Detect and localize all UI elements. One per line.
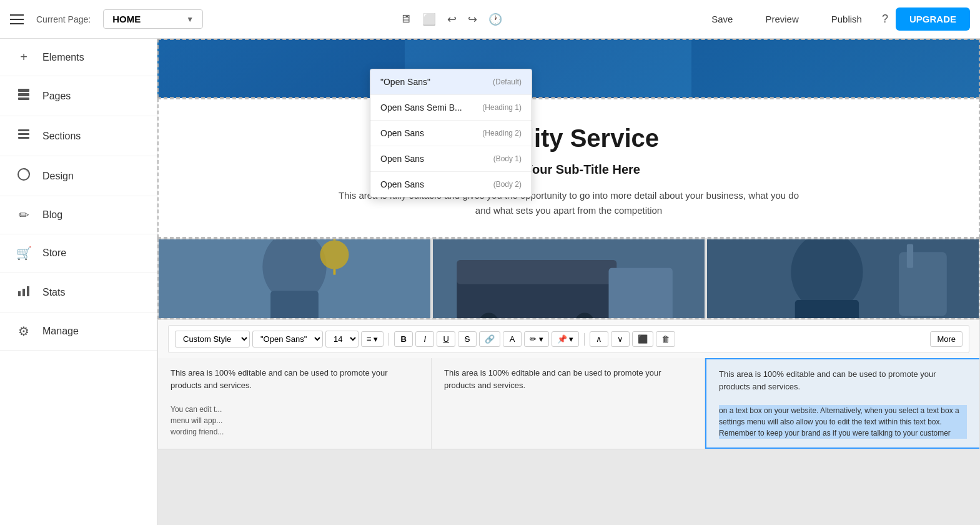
sidebar-label-manage: Manage	[42, 326, 79, 337]
sidebar-label-blog: Blog	[42, 209, 62, 221]
font-label-2: Open Sans	[380, 128, 424, 138]
svg-point-13	[320, 241, 349, 269]
main-layout: + Elements Pages Sections Design ✏ Blog	[0, 39, 980, 525]
underline-button[interactable]: U	[437, 331, 455, 347]
divider-1	[389, 333, 389, 346]
toolbar-section: Custom Style "Open Sans" 14 ≡ ▾ B I U S …	[157, 319, 980, 449]
text-col-2[interactable]: This area is 100% editable and can be us…	[432, 358, 705, 449]
chevron-down-icon: ▼	[186, 15, 194, 24]
sidebar-item-design[interactable]: Design	[0, 156, 157, 196]
upgrade-button[interactable]: UPGRADE	[896, 8, 970, 31]
svg-rect-7	[18, 291, 21, 296]
sidebar-item-sections[interactable]: Sections	[0, 116, 157, 156]
font-label-4: Open Sans	[380, 179, 424, 189]
hero-section	[157, 39, 980, 98]
move-up-button[interactable]: ∧	[590, 331, 608, 347]
design-icon	[15, 168, 32, 184]
svg-rect-5	[18, 137, 29, 139]
redo-icon[interactable]: ↪	[468, 12, 477, 26]
svg-rect-1	[18, 93, 29, 96]
text-col-1-detail: You can edit t...	[171, 404, 418, 415]
image-1[interactable]	[159, 239, 430, 318]
sidebar-item-store[interactable]: 🛒 Store	[0, 234, 157, 272]
tablet-icon[interactable]: ⬜	[422, 12, 436, 26]
quality-subtitle[interactable]: Add Your Sub-Title Here	[196, 162, 941, 177]
sidebar-label-pages: Pages	[42, 91, 71, 102]
more-button[interactable]: More	[930, 331, 963, 347]
image-3[interactable]	[707, 239, 979, 318]
font-tag-2: (Heading 2)	[482, 129, 522, 138]
sidebar-item-manage[interactable]: ⚙ Manage	[0, 312, 157, 351]
page-dropdown[interactable]: HOME ▼	[103, 9, 203, 29]
quality-title[interactable]: Quality Service	[196, 124, 941, 152]
font-label-3: Open Sans	[380, 154, 424, 164]
link-button[interactable]: 🔗	[479, 331, 500, 347]
font-tag-1: (Heading 1)	[482, 103, 522, 112]
current-page-label: Current Page:	[36, 14, 91, 24]
font-option-heading2[interactable]: Open Sans (Heading 2)	[370, 121, 532, 146]
layer-button[interactable]: ⬛	[632, 331, 653, 347]
images-row	[157, 238, 980, 319]
font-select[interactable]: "Open Sans"	[252, 331, 323, 348]
text-col-1[interactable]: This area is 100% editable and can be us…	[158, 358, 432, 449]
svg-rect-25	[899, 252, 947, 316]
text-col-2-body: This area is 100% editable and can be us…	[444, 367, 692, 391]
save-button[interactable]: Save	[699, 9, 745, 29]
blog-icon: ✏	[15, 208, 32, 222]
svg-rect-18	[457, 260, 616, 284]
hamburger-icon[interactable]	[10, 14, 24, 24]
sidebar-label-store: Store	[42, 248, 66, 259]
highlight-button[interactable]: ✏ ▾	[524, 331, 549, 347]
font-option-body2[interactable]: Open Sans (Body 2)	[370, 172, 532, 197]
italic-button[interactable]: I	[415, 331, 434, 347]
font-option-default[interactable]: "Open Sans" (Default)	[370, 69, 532, 95]
topbar-left: Current Page: HOME ▼	[10, 9, 203, 29]
svg-rect-21	[608, 268, 672, 318]
text-col-3-body: This area is 100% editable and can be us…	[719, 368, 967, 392]
desktop-icon[interactable]: 🖥	[400, 12, 411, 26]
bold-button[interactable]: B	[394, 331, 413, 347]
preview-button[interactable]: Preview	[753, 9, 811, 29]
svg-rect-0	[18, 89, 29, 92]
text-col-1-body: This area is 100% editable and can be us…	[171, 367, 418, 391]
publish-button[interactable]: Publish	[819, 9, 874, 29]
text-col-3[interactable]: This area is 100% editable and can be us…	[705, 358, 979, 449]
undo-icon[interactable]: ↩	[447, 12, 457, 26]
align-button[interactable]: ≡ ▾	[361, 331, 384, 347]
help-icon[interactable]: ?	[882, 12, 888, 26]
svg-rect-12	[270, 291, 319, 318]
store-icon: 🛒	[15, 246, 32, 261]
size-select[interactable]: 14	[325, 331, 359, 348]
font-option-body1[interactable]: Open Sans (Body 1)	[370, 146, 532, 172]
font-option-heading1[interactable]: Open Sans Semi B... (Heading 1)	[370, 95, 532, 121]
sidebar-item-pages[interactable]: Pages	[0, 76, 157, 116]
page-dropdown-value: HOME	[112, 14, 141, 24]
sidebar-item-stats[interactable]: Stats	[0, 272, 157, 312]
svg-rect-26	[907, 244, 913, 268]
svg-rect-9	[27, 286, 29, 296]
delete-button[interactable]: 🗑	[656, 331, 675, 347]
text-col-1-detail2: menu will app...	[171, 415, 418, 426]
move-down-button[interactable]: ∨	[611, 331, 630, 347]
style-select[interactable]: Custom Style	[175, 331, 250, 348]
pin-button[interactable]: 📌 ▾	[552, 331, 580, 347]
stats-icon	[15, 284, 32, 301]
topbar-center: 🖥 ⬜ ↩ ↪ 🕐	[213, 12, 689, 26]
divider-2	[584, 333, 585, 346]
toolbar-bar: Custom Style "Open Sans" 14 ≡ ▾ B I U S …	[168, 325, 969, 353]
text-col-1-detail3: wording friend...	[171, 426, 418, 438]
sidebar-item-blog[interactable]: ✏ Blog	[0, 196, 157, 234]
text-color-button[interactable]: A	[503, 331, 522, 347]
svg-rect-2	[18, 98, 29, 100]
sidebar-label-elements: Elements	[42, 52, 84, 63]
sidebar-label-design: Design	[42, 171, 74, 182]
font-tag-0: (Default)	[493, 78, 522, 86]
text-col-3-detail: on a text box on your website. Alternati…	[719, 405, 967, 439]
sidebar-item-elements[interactable]: + Elements	[0, 39, 157, 76]
image-2[interactable]	[433, 239, 705, 318]
history-icon[interactable]: 🕐	[488, 12, 502, 26]
font-label-0: "Open Sans"	[380, 77, 430, 87]
sidebar-label-stats: Stats	[42, 287, 65, 298]
strikethrough-button[interactable]: S	[458, 331, 477, 347]
pages-icon	[15, 88, 32, 104]
